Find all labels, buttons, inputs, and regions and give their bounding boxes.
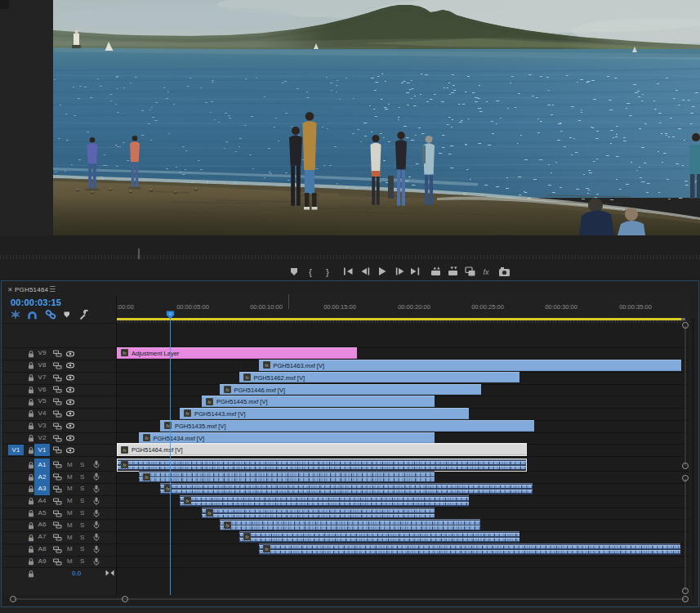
svg-text:}: } [326, 267, 329, 277]
svg-text:fx: fx [483, 268, 489, 276]
svg-text:{: { [309, 267, 312, 277]
